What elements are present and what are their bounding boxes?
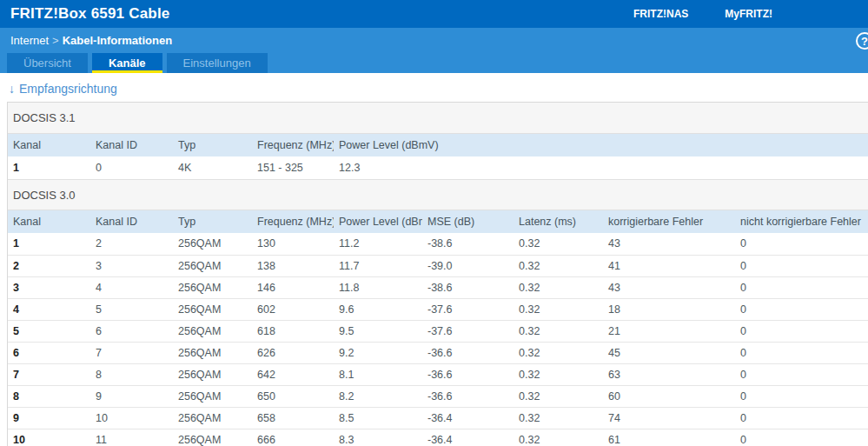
cell: 0.32 bbox=[514, 255, 603, 276]
cell: 9.2 bbox=[334, 342, 422, 363]
cell: 10 bbox=[90, 407, 173, 429]
cell: 8.5 bbox=[334, 407, 422, 429]
cell: 0 bbox=[735, 363, 868, 385]
table-row: 67256QAM6269.2-36.60.32450 bbox=[8, 342, 868, 363]
tab-label: Übersicht bbox=[23, 57, 71, 70]
app-title: FRITZ!Box 6591 Cable bbox=[0, 5, 170, 23]
cell: 3 bbox=[90, 255, 173, 276]
cell: 5 bbox=[8, 320, 90, 342]
cell: 0.32 bbox=[514, 407, 603, 429]
cell: -37.6 bbox=[422, 320, 514, 342]
cell: 4K bbox=[173, 156, 252, 179]
breadcrumb-section: Internet bbox=[10, 34, 49, 47]
cell: 8.2 bbox=[334, 385, 422, 407]
empfangsrichtung-label: Empfangsrichtung bbox=[19, 82, 117, 96]
cell: 0.32 bbox=[514, 429, 603, 446]
cell: 11 bbox=[90, 429, 173, 446]
cell: 0.32 bbox=[514, 363, 603, 385]
cell: -36.6 bbox=[422, 342, 514, 363]
cell: 6 bbox=[8, 342, 90, 363]
table-row: 34256QAM14611.8-38.60.32430 bbox=[8, 276, 868, 298]
cell: -39.0 bbox=[422, 255, 514, 276]
cell: 60 bbox=[603, 385, 735, 407]
cell: 7 bbox=[90, 342, 173, 363]
tab-label: Kanäle bbox=[109, 57, 146, 70]
cell: 256QAM bbox=[173, 385, 252, 407]
tab-label: Einstellungen bbox=[183, 57, 251, 70]
cell: -37.6 bbox=[422, 298, 514, 320]
cell: 45 bbox=[603, 342, 735, 363]
cell: 4 bbox=[8, 298, 90, 320]
cell: 61 bbox=[603, 429, 735, 446]
docsis31-table: KanalKanal IDTypFrequenz (MHz)Power Leve… bbox=[8, 134, 868, 179]
cell: 0.32 bbox=[514, 320, 603, 342]
cell: -38.6 bbox=[422, 276, 514, 298]
cell: 8 bbox=[90, 363, 173, 385]
breadcrumb-separator: > bbox=[49, 34, 63, 47]
table-row: 12256QAM13011.2-38.60.32430 bbox=[8, 233, 868, 255]
cell: 0 bbox=[735, 320, 868, 342]
cell: 0 bbox=[735, 407, 868, 429]
myfritz-link[interactable]: MyFRITZ! bbox=[725, 8, 772, 20]
cell: 256QAM bbox=[173, 276, 252, 298]
cell: 618 bbox=[252, 320, 334, 342]
docsis31-section-header: DOCSIS 3.1 bbox=[8, 103, 868, 134]
cell: 8.1 bbox=[334, 363, 422, 385]
cell: 666 bbox=[252, 429, 334, 446]
cell: 9.6 bbox=[334, 298, 422, 320]
cell: 0 bbox=[735, 298, 868, 320]
column-header: Power Level (dBmV) bbox=[334, 134, 868, 156]
table-row: 1011256QAM6668.3-36.40.32610 bbox=[8, 429, 868, 446]
top-bar: FRITZ!Box 6591 Cable FRITZ!NAS MyFRITZ! bbox=[0, 0, 868, 28]
cell: 8 bbox=[8, 385, 90, 407]
cell: 0 bbox=[735, 255, 868, 276]
cell: 43 bbox=[603, 233, 735, 255]
cell: 9 bbox=[8, 407, 90, 429]
table-row: 78256QAM6428.1-36.60.32630 bbox=[8, 363, 868, 385]
active-tab-underline bbox=[92, 70, 162, 73]
column-header: Typ bbox=[173, 210, 252, 233]
tab-einstellungen[interactable]: Einstellungen bbox=[167, 53, 268, 73]
tab-uebersicht[interactable]: Übersicht bbox=[7, 53, 88, 73]
column-header: Frequenz (MHz) bbox=[252, 134, 334, 156]
cell: 138 bbox=[252, 255, 334, 276]
cell: 0 bbox=[735, 342, 868, 363]
sub-bar: Internet>Kabel-Informationen ? Übersicht… bbox=[0, 28, 868, 73]
table-header-row: KanalKanal IDTypFrequenz (MHz)Power Leve… bbox=[8, 134, 868, 156]
column-header: Kanal ID bbox=[90, 134, 173, 156]
arrow-down-icon: ↓ bbox=[9, 82, 15, 96]
cell: 256QAM bbox=[173, 407, 252, 429]
empfangsrichtung-link[interactable]: ↓Empfangsrichtung bbox=[9, 81, 117, 97]
breadcrumb-page: Kabel-Informationen bbox=[63, 34, 172, 47]
cell: 256QAM bbox=[173, 298, 252, 320]
column-header: Latenz (ms) bbox=[514, 210, 603, 233]
column-header: Power Level (dBmV) bbox=[334, 210, 422, 233]
help-icon[interactable]: ? bbox=[856, 32, 868, 50]
cell: 0.32 bbox=[514, 385, 603, 407]
cell: 2 bbox=[8, 255, 90, 276]
cell: 41 bbox=[603, 255, 735, 276]
cell: 7 bbox=[8, 363, 90, 385]
cell: 0.32 bbox=[514, 298, 603, 320]
cell: 0.32 bbox=[514, 233, 603, 255]
cell: 256QAM bbox=[173, 429, 252, 446]
cell: 11.8 bbox=[334, 276, 422, 298]
cell: 146 bbox=[252, 276, 334, 298]
cell: 1 bbox=[8, 233, 90, 255]
cell: -36.6 bbox=[422, 363, 514, 385]
fritznas-link[interactable]: FRITZ!NAS bbox=[633, 8, 688, 20]
tab-bar: Übersicht Kanäle Einstellungen bbox=[7, 53, 268, 73]
cell: 18 bbox=[603, 298, 735, 320]
column-header: nicht korrigierbare Fehler bbox=[735, 210, 868, 233]
cell: 256QAM bbox=[173, 342, 252, 363]
cell: 0 bbox=[735, 233, 868, 255]
cell: 0 bbox=[735, 276, 868, 298]
table-row: 45256QAM6029.6-37.60.32180 bbox=[8, 298, 868, 320]
cell: 6 bbox=[90, 320, 173, 342]
table-row: 56256QAM6189.5-37.60.32210 bbox=[8, 320, 868, 342]
tab-kanaele[interactable]: Kanäle bbox=[92, 53, 162, 73]
cell: 1 bbox=[8, 156, 90, 179]
cell: 43 bbox=[603, 276, 735, 298]
cell: 256QAM bbox=[173, 320, 252, 342]
cell: 74 bbox=[603, 407, 735, 429]
